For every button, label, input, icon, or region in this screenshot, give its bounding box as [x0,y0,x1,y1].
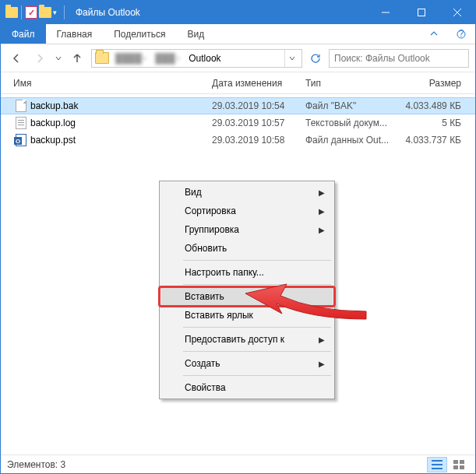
ctx-properties[interactable]: Свойства [161,378,333,397]
search-placeholder: Поиск: Файлы Outlook [334,53,430,64]
file-icon [13,117,29,129]
ctx-refresh[interactable]: Обновить [161,239,333,258]
file-date: 29.03.2019 10:54 [212,100,305,111]
app-icon [5,7,18,18]
file-row[interactable]: backup.pst 29.03.2019 10:58 Файл данных … [1,132,475,149]
chevron-right-icon: ▶ [319,226,325,234]
chevron-right-icon: ▶ [319,207,325,216]
svg-rect-12 [460,465,464,469]
ctx-separator [183,260,331,261]
back-button[interactable] [7,49,26,68]
qat-separator2 [64,5,65,19]
ctx-new[interactable]: Создать▶ [161,354,333,373]
view-details-button[interactable] [427,457,447,472]
breadcrumb[interactable]: ████› ███› Outlook [91,49,302,68]
file-size: 4.033.489 КБ [399,100,461,111]
breadcrumb-segment-outlook[interactable]: Outlook [185,53,224,64]
folder-icon [95,52,109,64]
view-large-icons-button[interactable] [449,457,469,472]
breadcrumb-label: Outlook [189,53,220,64]
breadcrumb-dropdown-icon[interactable] [284,50,298,67]
col-type[interactable]: Тип [305,78,399,89]
file-row[interactable]: backup.log 29.03.2019 10:57 Текстовый до… [1,114,475,132]
ctx-separator [183,284,331,285]
forward-button[interactable] [30,49,49,68]
file-type: Файл данных Out... [305,135,399,146]
refresh-button[interactable] [307,49,324,68]
ribbon: Файл Главная Поделиться Вид ? [1,24,475,44]
svg-rect-11 [453,465,458,469]
up-button[interactable] [68,49,86,68]
close-button[interactable] [439,1,475,24]
file-type: Текстовый докум... [305,118,399,128]
col-name[interactable]: Имя [13,78,212,89]
col-size[interactable]: Размер [399,78,461,89]
status-item-count: Элементов: 3 [7,459,65,470]
col-date[interactable]: Дата изменения [212,78,305,89]
window-title: Файлы Outlook [71,7,368,18]
minimize-button[interactable] [368,1,404,24]
svg-rect-6 [432,460,443,462]
status-bar: Элементов: 3 [1,455,475,473]
quick-access-toolbar: ✓ ▾ [1,5,71,19]
ctx-group[interactable]: Группировка▶ [161,220,333,239]
svg-rect-7 [432,464,443,465]
file-size: 4.033.737 КБ [399,135,461,146]
svg-rect-10 [460,460,464,464]
qat-dropdown-icon[interactable]: ▾ [53,9,61,16]
breadcrumb-segment-hidden[interactable]: ████› [112,53,149,64]
tab-view[interactable]: Вид [176,24,215,44]
maximize-button[interactable] [404,1,439,24]
file-name: backup.log [29,118,212,128]
file-name: backup.bak [29,100,212,111]
window-controls [368,1,475,24]
search-input[interactable]: Поиск: Файлы Outlook [329,49,469,68]
svg-text:?: ? [459,30,464,39]
history-dropdown-icon[interactable] [54,49,63,68]
breadcrumb-segment-hidden2[interactable]: ███› [152,53,182,64]
svg-rect-8 [432,468,443,469]
chevron-right-icon: ▶ [319,335,325,344]
ctx-paste-shortcut[interactable]: Вставить ярлык [161,306,333,325]
file-name: backup.pst [29,135,212,146]
ctx-view[interactable]: Вид▶ [161,183,333,202]
qat-properties-icon[interactable]: ✓ [25,6,37,19]
help-icon[interactable]: ? [447,24,475,44]
titlebar: ✓ ▾ Файлы Outlook [1,1,475,24]
ctx-paste[interactable]: Вставить [161,287,333,306]
ctx-customize-folder[interactable]: Настроить папку... [161,263,333,282]
file-icon [13,134,29,146]
ctx-give-access[interactable]: Предоставить доступ к▶ [161,330,333,349]
qat-separator [21,5,22,19]
ctx-sort[interactable]: Сортировка▶ [161,202,333,220]
file-date: 29.03.2019 10:57 [212,118,305,128]
file-date: 29.03.2019 10:58 [212,135,305,146]
chevron-right-icon: ▶ [319,188,325,197]
file-size: 5 КБ [399,118,461,128]
svg-rect-9 [453,460,458,464]
ctx-separator [183,375,331,376]
tab-share[interactable]: Поделиться [103,24,176,44]
file-icon [13,100,29,112]
ctx-separator [183,327,331,328]
navbar: ████› ███› Outlook Поиск: Файлы Outlook [1,44,475,72]
ctx-separator [183,351,331,352]
ribbon-collapse-icon[interactable] [421,24,447,44]
qat-newfolder-icon[interactable] [39,7,51,18]
file-type: Файл "BAK" [305,100,399,111]
tab-file[interactable]: Файл [1,24,46,44]
tab-home[interactable]: Главная [46,24,104,44]
svg-rect-1 [418,9,425,16]
file-row[interactable]: backup.bak 29.03.2019 10:54 Файл "BAK" 4… [1,97,475,114]
context-menu: Вид▶ Сортировка▶ Группировка▶ Обновить Н… [159,181,335,399]
chevron-right-icon: ▶ [319,360,325,368]
column-headers: Имя Дата изменения Тип Размер [1,72,475,94]
